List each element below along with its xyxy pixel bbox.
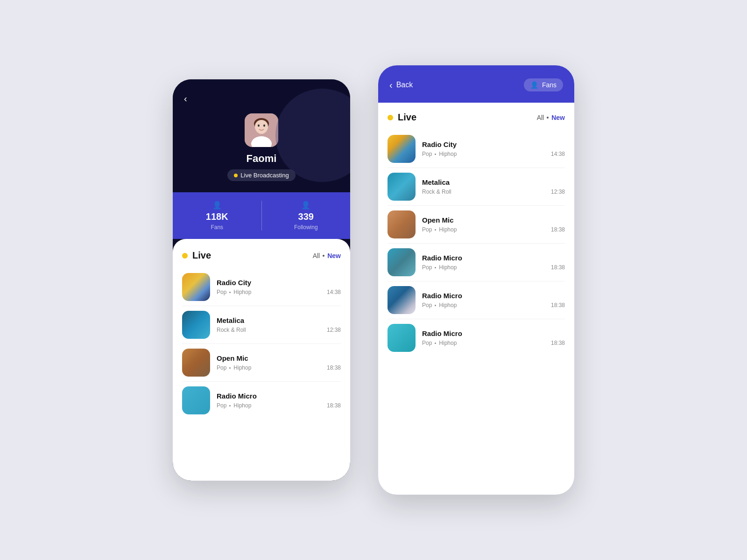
track-meta: PopHiphop18:38	[422, 226, 565, 233]
back-button-right[interactable]: ‹ Back	[389, 80, 413, 91]
track-item[interactable]: Radio MicroPopHiphop18:38	[388, 281, 565, 319]
track-genre2: Hiphop	[439, 302, 457, 308]
track-time: 18:38	[551, 302, 565, 308]
track-thumbnail	[388, 210, 416, 238]
track-item[interactable]: Radio CityPopHiphop14:38	[388, 130, 565, 168]
track-genre2: Hiphop	[439, 264, 457, 271]
filter-all-right[interactable]: All	[537, 114, 544, 121]
track-info: MetalicaRock & Roll12:38	[422, 178, 565, 195]
track-name: Radio City	[217, 279, 341, 287]
meta-dot	[435, 229, 436, 231]
right-phone: ‹ Back 👤 Fans Live All New Radio CityPop…	[378, 65, 574, 495]
track-item[interactable]: MetalicaRock & Roll12:38	[182, 306, 341, 344]
track-genre1: Pop	[422, 264, 432, 271]
track-genre1: Pop	[217, 364, 226, 371]
track-info: Open MicPopHiphop18:38	[422, 216, 565, 233]
meta-dot	[435, 343, 436, 344]
live-header-right: Live All New	[388, 112, 565, 123]
track-genre1: Pop	[422, 226, 432, 233]
track-meta: PopHiphop18:38	[422, 264, 565, 271]
track-genre1: Pop	[217, 402, 226, 409]
left-bottom-section: Live All New Radio CityPopHiphop14:38Met…	[173, 239, 350, 481]
live-indicator-icon-right	[388, 115, 393, 120]
track-meta: PopHiphop18:38	[422, 340, 565, 346]
track-genre2: Hiphop	[439, 340, 457, 346]
track-genre2: Hiphop	[233, 402, 251, 409]
filter-all-left[interactable]: All	[313, 252, 320, 259]
track-time: 14:38	[551, 151, 565, 157]
track-name: Radio Micro	[422, 292, 565, 300]
following-icon: 👤	[301, 201, 310, 210]
filter-new-right[interactable]: New	[551, 114, 565, 121]
following-label: Following	[294, 224, 318, 231]
fans-label-right: Fans	[542, 81, 557, 89]
track-meta: PopHiphop18:38	[217, 402, 341, 409]
track-item[interactable]: Radio MicroPopHiphop18:38	[388, 319, 565, 357]
track-genre1: Pop	[217, 289, 226, 295]
meta-dot	[435, 305, 436, 306]
track-genre2: Hiphop	[439, 226, 457, 233]
chevron-left-icon: ‹	[389, 80, 393, 91]
filter-separator-right	[547, 117, 549, 119]
track-list-left: Radio CityPopHiphop14:38MetalicaRock & R…	[182, 268, 341, 419]
track-item[interactable]: Open MicPopHiphop18:38	[182, 344, 341, 382]
track-list-right: Radio CityPopHiphop14:38MetalicaRock & R…	[388, 130, 565, 357]
track-thumbnail	[388, 248, 416, 276]
track-genre1: Pop	[422, 151, 432, 157]
right-header: ‹ Back 👤 Fans	[378, 65, 574, 103]
track-name: Open Mic	[422, 216, 565, 224]
track-genre1: Pop	[422, 302, 432, 308]
live-title-right: Live	[388, 112, 416, 123]
track-info: Radio MicroPopHiphop18:38	[422, 292, 565, 308]
right-content: Live All New Radio CityPopHiphop14:38Met…	[378, 103, 574, 495]
track-info: Radio MicroPopHiphop18:38	[422, 254, 565, 271]
svg-point-6	[263, 125, 265, 127]
track-time: 12:38	[327, 327, 341, 333]
track-genre2: Hiphop	[439, 151, 457, 157]
live-filters-left: All New	[313, 252, 341, 259]
left-top-section: ‹ Faomi Live Broadcasting	[173, 79, 350, 192]
track-genre1: Rock & Roll	[422, 189, 451, 195]
track-info: Radio CityPopHiphop14:38	[217, 279, 341, 295]
track-item[interactable]: Radio MicroPopHiphop18:38	[388, 244, 565, 281]
fans-button[interactable]: 👤 Fans	[524, 78, 563, 91]
fans-icon-right: 👤	[530, 81, 538, 89]
meta-dot	[229, 405, 231, 406]
back-button-left[interactable]: ‹	[184, 93, 187, 104]
meta-dot	[229, 292, 231, 293]
filter-new-left[interactable]: New	[327, 252, 341, 259]
track-item[interactable]: MetalicaRock & Roll12:38	[388, 168, 565, 206]
track-time: 18:38	[551, 340, 565, 346]
track-time: 12:38	[551, 189, 565, 195]
fans-count: 118K	[206, 211, 228, 222]
track-info: MetalicaRock & Roll12:38	[217, 316, 341, 333]
track-genre2: Hiphop	[233, 364, 251, 371]
following-stat[interactable]: 👤 339 Following	[261, 201, 351, 231]
live-indicator-icon	[182, 253, 188, 259]
track-name: Radio Micro	[217, 392, 341, 400]
track-time: 18:38	[551, 226, 565, 233]
svg-point-4	[255, 120, 268, 133]
track-thumbnail	[182, 273, 210, 301]
track-thumbnail	[182, 311, 210, 339]
track-item[interactable]: Radio MicroPopHiphop18:38	[182, 382, 341, 419]
track-item[interactable]: Open MicPopHiphop18:38	[388, 206, 565, 244]
track-thumbnail	[182, 386, 210, 414]
track-meta: Rock & Roll12:38	[422, 189, 565, 195]
fans-label: Fans	[211, 224, 223, 231]
track-item[interactable]: Radio CityPopHiphop14:38	[182, 268, 341, 306]
track-info: Radio MicroPopHiphop18:38	[422, 329, 565, 346]
track-meta: PopHiphop18:38	[217, 364, 341, 371]
track-time: 18:38	[551, 264, 565, 271]
track-genre2: Hiphop	[233, 289, 251, 295]
avatar	[245, 113, 278, 147]
live-header-left: Live All New	[182, 250, 341, 261]
track-info: Radio CityPopHiphop14:38	[422, 140, 565, 157]
svg-point-5	[258, 125, 260, 127]
fans-stat[interactable]: 👤 118K Fans	[173, 201, 261, 231]
track-time: 14:38	[327, 289, 341, 295]
track-name: Radio City	[422, 140, 565, 148]
back-label: Back	[396, 81, 413, 89]
meta-dot	[229, 367, 231, 369]
track-meta: PopHiphop18:38	[422, 302, 565, 308]
